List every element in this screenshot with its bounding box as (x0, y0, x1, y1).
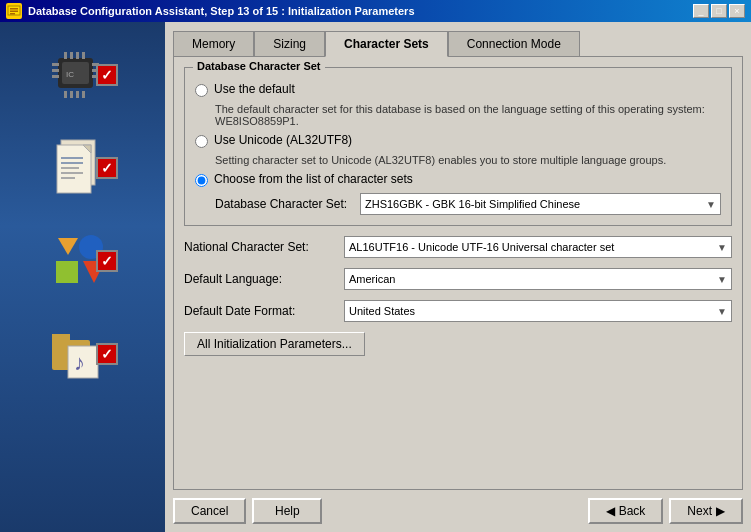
chip-icon: IC (48, 50, 103, 100)
sidebar-item-2: ✓ (18, 125, 148, 210)
right-panel: Memory Sizing Character Sets Connection … (165, 22, 751, 532)
national-charset-dropdown[interactable]: AL16UTF16 - Unicode UTF-16 Universal cha… (344, 236, 732, 258)
svg-rect-2 (10, 11, 18, 13)
svg-rect-30 (61, 162, 83, 164)
group-box-title: Database Character Set (193, 60, 325, 72)
next-arrow-icon: ▶ (716, 504, 725, 518)
radio-label-use-default: Use the default (214, 82, 295, 96)
sidebar: IC ✓ (0, 22, 165, 532)
back-arrow-icon: ◀ (606, 504, 615, 518)
bottom-bar: All Initialization Parameters... (184, 332, 732, 356)
svg-rect-26 (61, 167, 79, 169)
radio-use-default[interactable]: Use the default (195, 82, 721, 97)
national-charset-label: National Character Set: (184, 240, 344, 254)
charset-row: Database Character Set: ZHS16GBK - GBK 1… (215, 193, 721, 215)
svg-rect-33 (56, 261, 78, 283)
svg-rect-7 (52, 69, 59, 72)
close-button[interactable]: × (729, 4, 745, 18)
national-charset-row: National Character Set: AL16UTF16 - Unic… (184, 236, 732, 258)
tab-panel: Database Character Set Use the default T… (173, 56, 743, 490)
default-date-arrow: ▼ (717, 306, 727, 317)
svg-rect-12 (64, 52, 67, 59)
minimize-button[interactable]: _ (693, 4, 709, 18)
window-controls[interactable]: _ □ × (693, 4, 745, 18)
radio-desc-use-unicode: Setting character set to Unicode (AL32UT… (215, 154, 721, 166)
sidebar-item-1: IC ✓ (18, 32, 148, 117)
charset-dropdown[interactable]: ZHS16GBK - GBK 16-bit Simplified Chinese… (360, 193, 721, 215)
sidebar-item-3: ✓ (18, 218, 148, 303)
svg-rect-16 (64, 91, 67, 98)
svg-rect-6 (52, 63, 59, 66)
default-language-label: Default Language: (184, 272, 344, 286)
default-date-dropdown[interactable]: United States ▼ (344, 300, 732, 322)
charset-dropdown-value: ZHS16GBK - GBK 16-bit Simplified Chinese (365, 198, 580, 210)
check-badge-3: ✓ (96, 250, 118, 272)
radio-label-choose-list: Choose from the list of character sets (214, 172, 413, 186)
tab-sizing[interactable]: Sizing (254, 31, 325, 57)
radio-desc-use-default: The default character set for this datab… (215, 103, 721, 127)
window-title: Database Configuration Assistant, Step 1… (28, 5, 415, 17)
maximize-button[interactable]: □ (711, 4, 727, 18)
charset-field-label: Database Character Set: (215, 197, 360, 211)
default-language-value: American (349, 273, 395, 285)
radio-use-unicode[interactable]: Use Unicode (AL32UTF8) (195, 133, 721, 148)
cancel-button[interactable]: Cancel (173, 498, 246, 524)
check-badge-1: ✓ (96, 64, 118, 86)
svg-text:♪: ♪ (74, 350, 85, 375)
tab-connection-mode[interactable]: Connection Mode (448, 31, 580, 57)
svg-rect-27 (61, 172, 83, 174)
nav-buttons: Cancel Help ◀ Back Next ▶ (173, 490, 743, 524)
svg-rect-15 (82, 52, 85, 59)
next-label: Next (687, 504, 712, 518)
help-button[interactable]: Help (252, 498, 322, 524)
svg-text:IC: IC (66, 70, 74, 79)
radio-input-use-unicode[interactable] (195, 135, 208, 148)
svg-rect-13 (70, 52, 73, 59)
default-language-row: Default Language: American ▼ (184, 268, 732, 290)
default-date-label: Default Date Format: (184, 304, 344, 318)
svg-rect-1 (10, 8, 18, 10)
default-date-value: United States (349, 305, 415, 317)
default-language-arrow: ▼ (717, 274, 727, 285)
default-date-row: Default Date Format: United States ▼ (184, 300, 732, 322)
default-language-dropdown[interactable]: American ▼ (344, 268, 732, 290)
svg-rect-8 (52, 75, 59, 78)
radio-choose-list[interactable]: Choose from the list of character sets (195, 172, 721, 187)
tab-character-sets[interactable]: Character Sets (325, 31, 448, 57)
svg-rect-3 (10, 13, 15, 15)
tab-bar: Memory Sizing Character Sets Connection … (173, 30, 743, 56)
national-charset-arrow: ▼ (717, 242, 727, 253)
back-button[interactable]: ◀ Back (588, 498, 664, 524)
back-label: Back (619, 504, 646, 518)
tab-memory[interactable]: Memory (173, 31, 254, 57)
app-icon (6, 3, 22, 19)
svg-rect-19 (82, 91, 85, 98)
svg-rect-29 (61, 157, 83, 159)
svg-rect-18 (76, 91, 79, 98)
radio-input-use-default[interactable] (195, 84, 208, 97)
check-badge-4: ✓ (96, 343, 118, 365)
charset-dropdown-arrow: ▼ (706, 199, 716, 210)
radio-input-choose-list[interactable] (195, 174, 208, 187)
database-charset-group: Database Character Set Use the default T… (184, 67, 732, 226)
svg-rect-36 (52, 334, 70, 342)
sidebar-item-4: ♪ ✓ (18, 311, 148, 396)
next-button[interactable]: Next ▶ (669, 498, 743, 524)
svg-rect-14 (76, 52, 79, 59)
title-bar: Database Configuration Assistant, Step 1… (0, 0, 751, 22)
radio-label-use-unicode: Use Unicode (AL32UTF8) (214, 133, 352, 147)
svg-rect-17 (70, 91, 73, 98)
national-charset-value: AL16UTF16 - Unicode UTF-16 Universal cha… (349, 241, 614, 253)
svg-rect-28 (61, 177, 75, 179)
check-badge-2: ✓ (96, 157, 118, 179)
all-init-params-button[interactable]: All Initialization Parameters... (184, 332, 365, 356)
svg-marker-31 (58, 238, 78, 255)
